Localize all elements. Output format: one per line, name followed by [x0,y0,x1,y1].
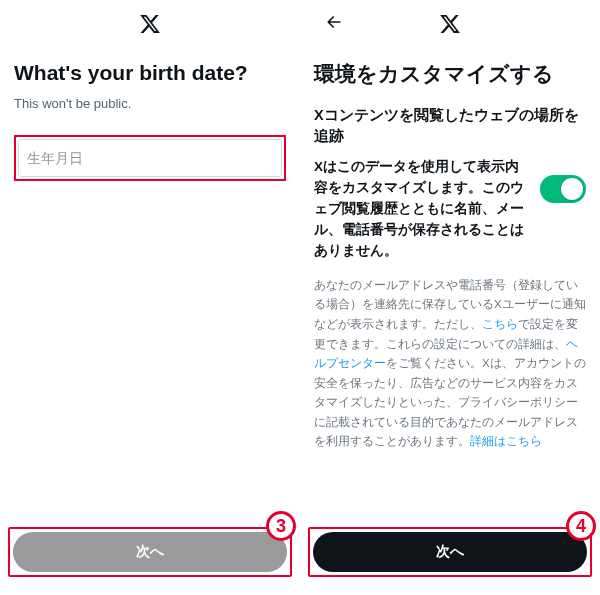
x-logo-icon [139,13,161,35]
page-title: What's your birth date? [14,60,286,86]
bottom-bar-left: 3 次へ [8,527,292,577]
topbar-left [14,0,286,48]
fine-text-1c: をご覧ください。Xは、アカウントの安全を保ったり、広告などのサービス内容をカスタ… [314,357,586,447]
next-button-disabled[interactable]: 次へ [13,532,287,572]
fine-print: あなたのメールアドレスや電話番号（登録している場合）を連絡先に保存しているXユー… [314,276,586,452]
x-logo-icon [439,13,461,35]
birthdate-input[interactable] [18,139,282,177]
page-title: 環境をカスタマイズする [314,60,586,87]
link-kochira-1[interactable]: こちら [482,318,518,330]
back-button[interactable] [318,8,350,40]
pane-birthdate: What's your birth date? This won't be pu… [0,0,300,595]
link-details[interactable]: 詳細はこちら [470,435,542,447]
toggle-description: Xはこのデータを使用して表示内容をカスタマイズします。このウェブ閲覧履歴とともに… [314,157,530,262]
tracking-toggle-row: Xはこのデータを使用して表示内容をカスタマイズします。このウェブ閲覧履歴とともに… [314,157,586,262]
topbar-right [314,0,586,48]
toggle-knob [561,178,583,200]
section-title: Xコンテンツを閲覧したウェブの場所を追跡 [314,105,586,147]
next-button[interactable]: 次へ [313,532,587,572]
arrow-left-icon [324,12,344,36]
birthdate-highlight [14,135,286,181]
next-highlight-left: 次へ [8,527,292,577]
tracking-toggle[interactable] [540,175,586,203]
next-highlight-right: 次へ [308,527,592,577]
screenshot-pair: What's your birth date? This won't be pu… [0,0,600,595]
step-badge-3: 3 [266,511,296,541]
bottom-bar-right: 4 次へ [308,527,592,577]
page-subtitle: This won't be public. [14,96,286,111]
pane-customize: 環境をカスタマイズする Xコンテンツを閲覧したウェブの場所を追跡 Xはこのデータ… [300,0,600,595]
step-badge-4: 4 [566,511,596,541]
